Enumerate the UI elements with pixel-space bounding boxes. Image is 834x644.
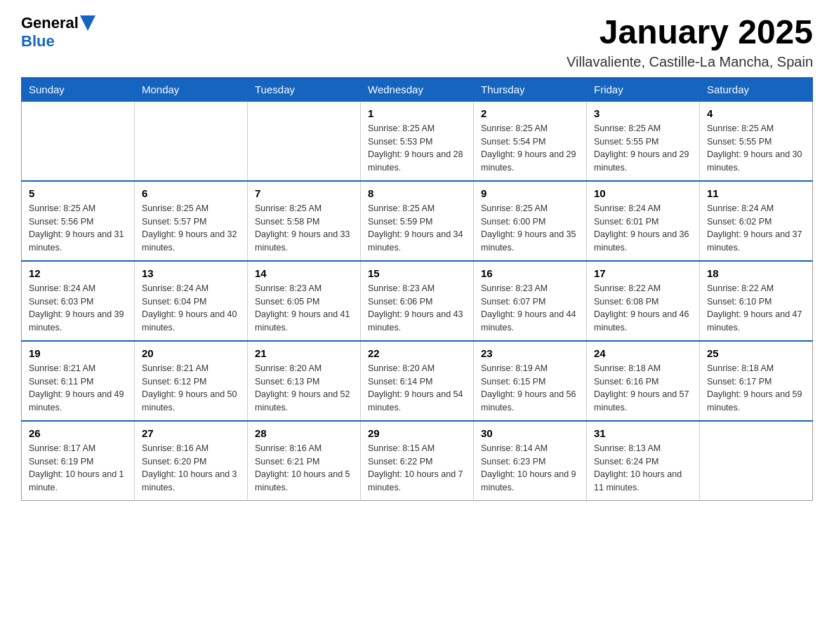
- day-number: 4: [707, 107, 805, 119]
- day-info: Sunrise: 8:15 AM Sunset: 6:22 PM Dayligh…: [368, 442, 466, 495]
- day-info: Sunrise: 8:16 AM Sunset: 6:21 PM Dayligh…: [255, 442, 353, 495]
- day-number: 8: [368, 187, 466, 199]
- day-number: 18: [707, 267, 805, 279]
- day-number: 26: [29, 427, 127, 439]
- day-cell: 10Sunrise: 8:24 AM Sunset: 6:01 PM Dayli…: [587, 181, 700, 261]
- header-day-friday: Friday: [587, 77, 700, 101]
- day-cell: 21Sunrise: 8:20 AM Sunset: 6:13 PM Dayli…: [248, 341, 361, 421]
- page-header: General Blue January 2025 Villavaliente,…: [21, 14, 813, 70]
- day-number: 13: [142, 267, 240, 279]
- day-cell: 17Sunrise: 8:22 AM Sunset: 6:08 PM Dayli…: [587, 261, 700, 341]
- day-info: Sunrise: 8:25 AM Sunset: 5:56 PM Dayligh…: [29, 202, 127, 255]
- day-info: Sunrise: 8:24 AM Sunset: 6:04 PM Dayligh…: [142, 282, 240, 335]
- day-cell: 27Sunrise: 8:16 AM Sunset: 6:20 PM Dayli…: [135, 421, 248, 501]
- day-info: Sunrise: 8:20 AM Sunset: 6:14 PM Dayligh…: [368, 362, 466, 415]
- day-number: 27: [142, 427, 240, 439]
- day-info: Sunrise: 8:23 AM Sunset: 6:06 PM Dayligh…: [368, 282, 466, 335]
- calendar-subtitle: Villavaliente, Castille-La Mancha, Spain: [567, 54, 813, 70]
- week-row-2: 5Sunrise: 8:25 AM Sunset: 5:56 PM Daylig…: [22, 181, 813, 261]
- day-number: 22: [368, 347, 466, 359]
- day-number: 28: [255, 427, 353, 439]
- day-info: Sunrise: 8:25 AM Sunset: 6:00 PM Dayligh…: [481, 202, 579, 255]
- day-info: Sunrise: 8:20 AM Sunset: 6:13 PM Dayligh…: [255, 362, 353, 415]
- day-info: Sunrise: 8:24 AM Sunset: 6:01 PM Dayligh…: [594, 202, 692, 255]
- day-number: 29: [368, 427, 466, 439]
- day-cell: [700, 421, 813, 501]
- day-number: 11: [707, 187, 805, 199]
- logo-blue: Blue: [21, 32, 55, 50]
- day-cell: [22, 101, 135, 181]
- day-info: Sunrise: 8:19 AM Sunset: 6:15 PM Dayligh…: [481, 362, 579, 415]
- header-day-wednesday: Wednesday: [361, 77, 474, 101]
- day-number: 15: [368, 267, 466, 279]
- header-day-thursday: Thursday: [474, 77, 587, 101]
- day-number: 10: [594, 187, 692, 199]
- header-row: SundayMondayTuesdayWednesdayThursdayFrid…: [22, 77, 813, 101]
- logo-general: General: [21, 14, 79, 32]
- day-number: 3: [594, 107, 692, 119]
- day-number: 14: [255, 267, 353, 279]
- day-info: Sunrise: 8:25 AM Sunset: 5:55 PM Dayligh…: [707, 122, 805, 175]
- day-cell: 13Sunrise: 8:24 AM Sunset: 6:04 PM Dayli…: [135, 261, 248, 341]
- day-number: 1: [368, 107, 466, 119]
- week-row-4: 19Sunrise: 8:21 AM Sunset: 6:11 PM Dayli…: [22, 341, 813, 421]
- header-day-tuesday: Tuesday: [248, 77, 361, 101]
- day-info: Sunrise: 8:18 AM Sunset: 6:16 PM Dayligh…: [594, 362, 692, 415]
- calendar-table: SundayMondayTuesdayWednesdayThursdayFrid…: [21, 77, 813, 501]
- day-number: 16: [481, 267, 579, 279]
- day-info: Sunrise: 8:23 AM Sunset: 6:07 PM Dayligh…: [481, 282, 579, 335]
- day-info: Sunrise: 8:14 AM Sunset: 6:23 PM Dayligh…: [481, 442, 579, 495]
- day-cell: 2Sunrise: 8:25 AM Sunset: 5:54 PM Daylig…: [474, 101, 587, 181]
- title-section: January 2025 Villavaliente, Castille-La …: [567, 14, 813, 70]
- day-cell: 14Sunrise: 8:23 AM Sunset: 6:05 PM Dayli…: [248, 261, 361, 341]
- day-cell: 7Sunrise: 8:25 AM Sunset: 5:58 PM Daylig…: [248, 181, 361, 261]
- header-day-saturday: Saturday: [700, 77, 813, 101]
- day-cell: [135, 101, 248, 181]
- day-number: 9: [481, 187, 579, 199]
- day-info: Sunrise: 8:18 AM Sunset: 6:17 PM Dayligh…: [707, 362, 805, 415]
- svg-marker-0: [80, 15, 95, 31]
- day-number: 21: [255, 347, 353, 359]
- day-number: 24: [594, 347, 692, 359]
- day-info: Sunrise: 8:25 AM Sunset: 5:53 PM Dayligh…: [368, 122, 466, 175]
- day-cell: 28Sunrise: 8:16 AM Sunset: 6:21 PM Dayli…: [248, 421, 361, 501]
- day-cell: 23Sunrise: 8:19 AM Sunset: 6:15 PM Dayli…: [474, 341, 587, 421]
- day-number: 25: [707, 347, 805, 359]
- day-cell: 31Sunrise: 8:13 AM Sunset: 6:24 PM Dayli…: [587, 421, 700, 501]
- day-cell: 8Sunrise: 8:25 AM Sunset: 5:59 PM Daylig…: [361, 181, 474, 261]
- week-row-1: 1Sunrise: 8:25 AM Sunset: 5:53 PM Daylig…: [22, 101, 813, 181]
- day-info: Sunrise: 8:13 AM Sunset: 6:24 PM Dayligh…: [594, 442, 692, 495]
- calendar-body: 1Sunrise: 8:25 AM Sunset: 5:53 PM Daylig…: [22, 101, 813, 500]
- day-info: Sunrise: 8:17 AM Sunset: 6:19 PM Dayligh…: [29, 442, 127, 495]
- day-info: Sunrise: 8:16 AM Sunset: 6:20 PM Dayligh…: [142, 442, 240, 495]
- day-cell: 29Sunrise: 8:15 AM Sunset: 6:22 PM Dayli…: [361, 421, 474, 501]
- day-number: 23: [481, 347, 579, 359]
- day-info: Sunrise: 8:25 AM Sunset: 5:57 PM Dayligh…: [142, 202, 240, 255]
- day-info: Sunrise: 8:24 AM Sunset: 6:03 PM Dayligh…: [29, 282, 127, 335]
- day-info: Sunrise: 8:25 AM Sunset: 5:58 PM Dayligh…: [255, 202, 353, 255]
- day-info: Sunrise: 8:25 AM Sunset: 5:54 PM Dayligh…: [481, 122, 579, 175]
- day-info: Sunrise: 8:23 AM Sunset: 6:05 PM Dayligh…: [255, 282, 353, 335]
- day-info: Sunrise: 8:21 AM Sunset: 6:11 PM Dayligh…: [29, 362, 127, 415]
- day-info: Sunrise: 8:25 AM Sunset: 5:59 PM Dayligh…: [368, 202, 466, 255]
- day-cell: 4Sunrise: 8:25 AM Sunset: 5:55 PM Daylig…: [700, 101, 813, 181]
- day-number: 20: [142, 347, 240, 359]
- day-cell: 19Sunrise: 8:21 AM Sunset: 6:11 PM Dayli…: [22, 341, 135, 421]
- day-cell: 5Sunrise: 8:25 AM Sunset: 5:56 PM Daylig…: [22, 181, 135, 261]
- day-cell: [248, 101, 361, 181]
- day-cell: 22Sunrise: 8:20 AM Sunset: 6:14 PM Dayli…: [361, 341, 474, 421]
- day-cell: 26Sunrise: 8:17 AM Sunset: 6:19 PM Dayli…: [22, 421, 135, 501]
- day-number: 5: [29, 187, 127, 199]
- day-cell: 3Sunrise: 8:25 AM Sunset: 5:55 PM Daylig…: [587, 101, 700, 181]
- header-day-monday: Monday: [135, 77, 248, 101]
- week-row-3: 12Sunrise: 8:24 AM Sunset: 6:03 PM Dayli…: [22, 261, 813, 341]
- day-number: 19: [29, 347, 127, 359]
- day-cell: 30Sunrise: 8:14 AM Sunset: 6:23 PM Dayli…: [474, 421, 587, 501]
- day-cell: 20Sunrise: 8:21 AM Sunset: 6:12 PM Dayli…: [135, 341, 248, 421]
- day-number: 30: [481, 427, 579, 439]
- day-info: Sunrise: 8:25 AM Sunset: 5:55 PM Dayligh…: [594, 122, 692, 175]
- day-cell: 9Sunrise: 8:25 AM Sunset: 6:00 PM Daylig…: [474, 181, 587, 261]
- day-cell: 15Sunrise: 8:23 AM Sunset: 6:06 PM Dayli…: [361, 261, 474, 341]
- header-day-sunday: Sunday: [22, 77, 135, 101]
- day-number: 7: [255, 187, 353, 199]
